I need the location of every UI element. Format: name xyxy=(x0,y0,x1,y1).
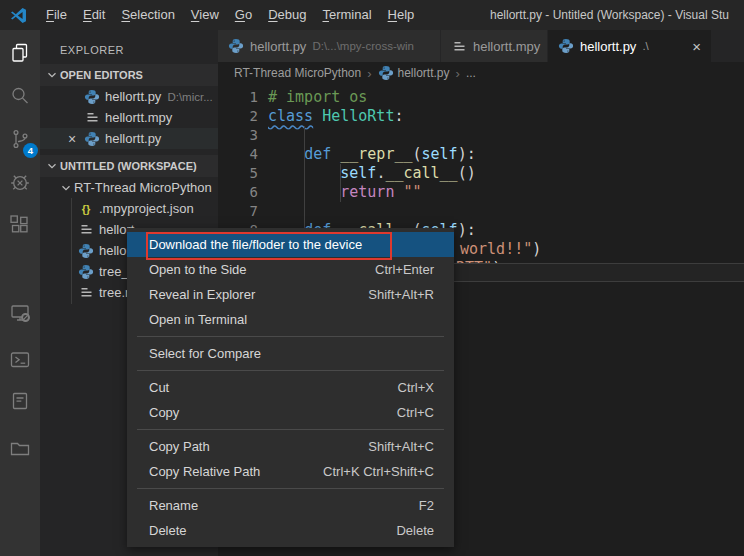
activity-extensions[interactable] xyxy=(0,205,40,245)
menu-item-label: Cut xyxy=(149,380,169,395)
debug-icon xyxy=(8,170,32,194)
file-path-detail: D:\micr... xyxy=(167,91,212,103)
workspace-header[interactable]: UNTITLED (WORKSPACE) xyxy=(40,155,218,177)
menu-item-label: Rename xyxy=(149,498,198,513)
close-icon[interactable]: × xyxy=(68,132,84,146)
close-icon[interactable]: × xyxy=(692,39,701,54)
menu-edit[interactable]: Edit xyxy=(75,7,113,22)
menu-debug[interactable]: Debug xyxy=(260,7,314,22)
annotation-box xyxy=(146,232,392,260)
file-type-icon xyxy=(84,89,100,105)
list-file-icon xyxy=(79,222,94,237)
menu-selection[interactable]: Selection xyxy=(113,7,182,22)
breadcrumb-item[interactable]: RT-Thread MicroPython xyxy=(234,66,361,80)
context-menu-item[interactable]: DeleteDelete xyxy=(127,518,454,543)
folder-rt-thread-micropython[interactable]: RT-Thread MicroPython xyxy=(40,177,218,198)
line-number: 7 xyxy=(218,202,258,221)
context-menu-item[interactable]: Reveal in ExplorerShift+Alt+R xyxy=(127,282,454,307)
menu-terminal[interactable]: Terminal xyxy=(314,7,379,22)
line-number: 2 xyxy=(218,107,258,126)
line-text: # import os xyxy=(268,88,367,107)
activity-bar: 4 xyxy=(0,30,40,556)
breadcrumb-separator: › xyxy=(456,66,460,81)
line-number: 4 xyxy=(218,145,258,164)
menu-item-shortcut: F2 xyxy=(419,498,434,513)
menu-item-shortcut: Ctrl+K Ctrl+Shift+C xyxy=(323,464,434,479)
window-title: hellortt.py - Untitled (Workspace) - Vis… xyxy=(490,0,744,30)
context-menu-item[interactable]: Open in Terminal xyxy=(127,307,454,332)
open-editor-item[interactable]: hellortt.pyD:\micr... xyxy=(40,86,218,107)
menu-item-label: Open in Terminal xyxy=(149,312,247,327)
menu-item-label: Copy Relative Path xyxy=(149,464,260,479)
menu-file[interactable]: File xyxy=(38,7,75,22)
tree-item[interactable]: {}.mpyproject.json xyxy=(40,198,218,219)
vscode-logo-icon xyxy=(10,7,27,24)
menu-item-shortcut: Shift+Alt+C xyxy=(368,439,434,454)
menu-help[interactable]: Help xyxy=(380,7,423,22)
menu-item-shortcut: Shift+Alt+R xyxy=(368,287,434,302)
section-label: OPEN EDITORS xyxy=(60,69,143,81)
activity-notes[interactable] xyxy=(0,381,40,421)
list-file-icon xyxy=(85,110,100,125)
list-file-icon xyxy=(452,39,467,54)
menu-go[interactable]: Go xyxy=(227,7,260,22)
activity-explorer[interactable] xyxy=(0,33,40,73)
sidebar-title: EXPLORER xyxy=(40,30,218,64)
terminal-icon xyxy=(8,348,32,372)
line-text: class HelloRtt: xyxy=(268,107,403,126)
activity-folder-explorer[interactable] xyxy=(0,428,40,468)
breadcrumb-label: hellortt.py xyxy=(398,66,450,80)
activity-source-control[interactable]: 4 xyxy=(0,119,40,159)
context-menu-item[interactable]: Open to the SideCtrl+Enter xyxy=(127,257,454,282)
menu-view[interactable]: View xyxy=(183,7,227,22)
file-type-icon xyxy=(78,285,94,301)
context-menu-item[interactable]: Select for Compare xyxy=(127,341,454,366)
file-name: hellortt.mpy xyxy=(105,110,172,125)
code-line[interactable]: 1# import os xyxy=(218,88,744,107)
tab-hellortt.py[interactable]: hellortt.pyD:\...\mpy-cross-win xyxy=(218,30,440,62)
context-menu-item[interactable]: CopyCtrl+C xyxy=(127,400,454,425)
tab-hellortt.py[interactable]: hellortt.py.\× xyxy=(548,30,711,62)
activity-search[interactable] xyxy=(0,76,40,116)
menu-item-label: Copy xyxy=(149,405,179,420)
tab-hellortt.mpy[interactable]: hellortt.mpy xyxy=(441,30,547,62)
code-line[interactable]: 4 def __repr__(self): xyxy=(218,145,744,164)
context-menu-item[interactable]: RenameF2 xyxy=(127,493,454,518)
tree-indent-guide xyxy=(71,198,72,304)
activity-terminal[interactable] xyxy=(0,340,40,380)
python-icon xyxy=(78,243,94,259)
file-type-icon xyxy=(378,65,394,81)
context-menu-item[interactable]: Copy Relative PathCtrl+K Ctrl+Shift+C xyxy=(127,459,454,484)
open-editor-item[interactable]: ×hellortt.py xyxy=(40,128,218,149)
code-line[interactable]: 3 xyxy=(218,126,744,145)
python-icon xyxy=(84,89,100,105)
titlebar: FileEditSelectionViewGoDebugTerminalHelp… xyxy=(0,0,744,30)
context-menu-item[interactable]: Copy PathShift+Alt+C xyxy=(127,434,454,459)
breadcrumb-item[interactable]: ... xyxy=(466,66,476,80)
context-menu-item[interactable]: CutCtrl+X xyxy=(127,375,454,400)
tab-label: hellortt.py xyxy=(250,39,306,54)
chevron-down-icon xyxy=(45,159,59,173)
files-icon xyxy=(8,41,32,65)
menu-item-shortcut: Delete xyxy=(396,523,434,538)
code-line[interactable]: 7 xyxy=(218,202,744,221)
menu-separator xyxy=(137,488,444,489)
python-icon xyxy=(558,38,574,54)
code-line[interactable]: 5 self.__call__() xyxy=(218,164,744,183)
search-icon xyxy=(8,84,32,108)
tab-bar: hellortt.pyD:\...\mpy-cross-winhellortt.… xyxy=(218,30,744,62)
breadcrumb-item[interactable]: hellortt.py xyxy=(378,65,450,81)
folder-label: RT-Thread MicroPython xyxy=(74,180,212,195)
activity-debug[interactable] xyxy=(0,162,40,202)
extensions-icon xyxy=(8,213,32,237)
code-line[interactable]: 2class HelloRtt: xyxy=(218,107,744,126)
code-line[interactable]: 6 return "" xyxy=(218,183,744,202)
open-editors-header[interactable]: OPEN EDITORS xyxy=(40,64,218,86)
python-icon xyxy=(84,131,100,147)
python-icon xyxy=(378,65,394,81)
open-editor-item[interactable]: hellortt.mpy xyxy=(40,107,218,128)
chevron-down-icon xyxy=(45,68,59,82)
activity-remote-device[interactable] xyxy=(0,293,40,333)
json-braces-icon: {} xyxy=(82,203,91,215)
python-icon xyxy=(78,264,94,280)
